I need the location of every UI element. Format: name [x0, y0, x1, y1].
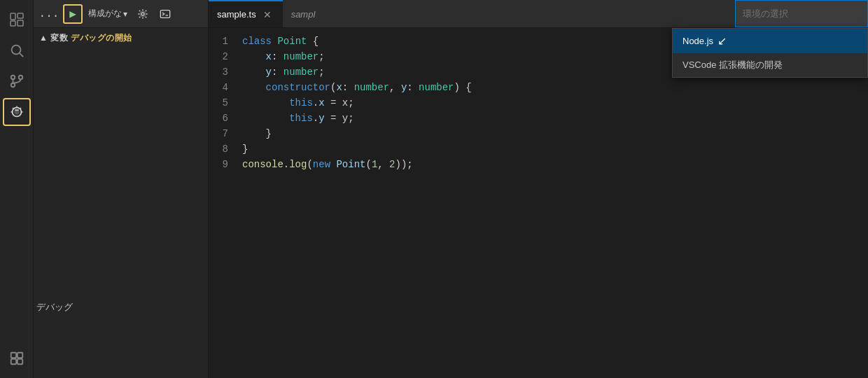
code-line-7: }: [237, 126, 868, 141]
cursor-icon: ↙: [718, 34, 727, 48]
code-line-5: this.x = x;: [237, 95, 868, 111]
svg-rect-0: [10, 13, 15, 20]
env-selector-area: [735, 0, 868, 27]
extensions-icon[interactable]: [3, 344, 31, 372]
tab-bar: sample.ts ✕ sampl Node.js ↙ VSCode 拡張機能の…: [209, 0, 868, 28]
tab-label-inactive: sampl: [291, 9, 316, 20]
svg-line-14: [13, 108, 13, 108]
svg-point-8: [10, 83, 15, 88]
svg-rect-19: [17, 353, 22, 358]
debug-start-label: デバッグの開始: [71, 32, 132, 44]
sidebar: ... ▶ 構成がな ▾ ▲ 変数 デバッグの開始: [34, 0, 209, 378]
env-option-nodejs[interactable]: Node.js ↙: [673, 29, 867, 53]
nodejs-label: Node.js: [682, 36, 713, 46]
chevron-down-icon: ▾: [123, 9, 127, 19]
tab-sample-inactive[interactable]: sampl: [283, 0, 324, 27]
debug-icon[interactable]: [3, 98, 31, 126]
tab-close-button[interactable]: ✕: [260, 8, 274, 22]
svg-point-6: [10, 76, 15, 80]
gear-button[interactable]: [133, 4, 153, 24]
svg-rect-2: [18, 13, 23, 18]
code-line-4: constructor(x: number, y: number) {: [237, 80, 868, 95]
code-editor: 1 2 3 4 5 6 7 8 9 class Point { x: numbe…: [209, 28, 868, 378]
svg-point-7: [18, 76, 22, 80]
svg-rect-18: [10, 353, 15, 358]
code-line-6: this.y = y;: [237, 111, 868, 126]
play-button[interactable]: ▶: [63, 4, 83, 24]
explorer-icon[interactable]: [3, 6, 31, 34]
config-selector[interactable]: 構成がな ▾: [85, 6, 130, 21]
variables-header[interactable]: ▲ 変数 デバッグの開始: [39, 32, 202, 44]
git-icon[interactable]: [3, 67, 31, 95]
activity-bar: [0, 0, 34, 378]
svg-rect-24: [160, 10, 169, 18]
debug-toolbar: ... ▶ 構成がな ▾: [34, 0, 208, 28]
svg-point-23: [140, 11, 146, 17]
tab-sample-ts[interactable]: sample.ts ✕: [209, 0, 283, 27]
code-line-8: }: [237, 141, 868, 157]
svg-rect-1: [10, 21, 15, 26]
svg-line-5: [20, 53, 23, 57]
vscode-ext-label: VSCode 拡張機能の開発: [682, 59, 783, 71]
env-option-vscode-ext[interactable]: VSCode 拡張機能の開発: [673, 53, 867, 77]
svg-line-15: [20, 108, 20, 108]
main-area: sample.ts ✕ sampl Node.js ↙ VSCode 拡張機能の…: [209, 0, 868, 378]
terminal-button[interactable]: [155, 4, 175, 24]
variables-label: ▲ 変数: [39, 32, 68, 44]
tab-label-sample-ts: sample.ts: [217, 9, 256, 20]
code-content[interactable]: class Point { x: number; y: number; cons…: [237, 31, 868, 378]
env-dropdown: Node.js ↙ VSCode 拡張機能の開発: [672, 28, 868, 78]
config-label: 構成がな: [88, 8, 122, 20]
env-search-input[interactable]: [743, 8, 860, 19]
more-options-button[interactable]: ...: [39, 4, 59, 24]
svg-rect-21: [17, 359, 22, 364]
env-search-box[interactable]: [735, 0, 868, 27]
svg-point-22: [141, 13, 144, 15]
code-line-9: console.log(new Point(1, 2));: [237, 157, 868, 172]
svg-point-4: [11, 46, 20, 55]
svg-rect-20: [10, 359, 15, 364]
line-numbers: 1 2 3 4 5 6 7 8 9: [209, 31, 237, 378]
svg-rect-3: [18, 20, 23, 26]
search-icon[interactable]: [3, 36, 31, 64]
debug-sidebar-label: デバッグ: [36, 301, 73, 314]
variables-section: ▲ 変数 デバッグの開始: [34, 28, 208, 48]
